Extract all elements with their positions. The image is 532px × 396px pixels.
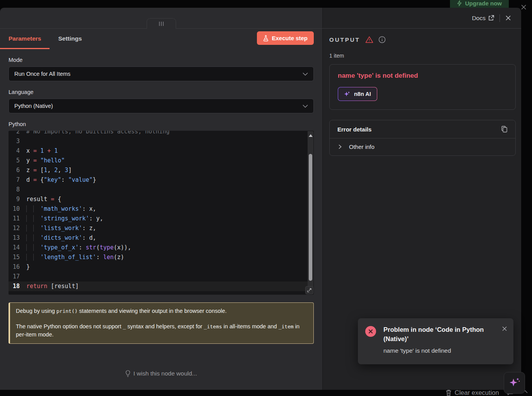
tab-parameters-label: Parameters: [9, 35, 41, 42]
wish-label: I wish this node would...: [133, 370, 197, 377]
parameters-panel: Parameters Settings Execute step Mode Ru…: [0, 28, 322, 390]
code-line-17[interactable]: 17: [9, 272, 308, 282]
debug-notice: Debug by using print() statements and vi…: [9, 302, 314, 344]
docs-link[interactable]: Docs: [472, 15, 494, 22]
notice-text: The native Python option does not suppor…: [16, 323, 123, 329]
language-select[interactable]: Python (Native): [9, 99, 314, 113]
code-line-14[interactable]: 14 'type_of_x': str(type(x)),: [9, 243, 308, 253]
notice-text: syntax and helpers, except for: [126, 323, 204, 329]
sparkle-icon: [344, 91, 351, 97]
parameter-fields: Mode Run Once for All Items Language Pyt…: [0, 57, 322, 377]
notice-code: _items: [204, 324, 222, 329]
flask-icon: [263, 35, 269, 41]
copy-icon[interactable]: [501, 126, 508, 133]
error-toast: Problem in node ‘Code in Python (Native)…: [358, 318, 513, 364]
error-circle-icon: [365, 326, 376, 337]
tab-settings-label: Settings: [58, 35, 82, 42]
close-icon: [505, 15, 511, 21]
code-line-15[interactable]: 15 'length_of_list': len(z): [9, 253, 308, 262]
clear-execution-button[interactable]: Clear execution: [446, 389, 499, 396]
scrollbar-thumb[interactable]: [309, 154, 312, 281]
output-header: OUTPUT: [329, 36, 516, 43]
error-details-header: Error details: [330, 120, 515, 138]
warning-icon: [365, 36, 373, 43]
other-info-toggle[interactable]: Other info: [330, 138, 515, 155]
tabs-row: Parameters Settings Execute step: [0, 28, 322, 49]
code-line-2[interactable]: 2# No imports, no builtins access, nothi…: [9, 131, 308, 137]
error-details-title: Error details: [337, 126, 371, 133]
panel-drag-handle[interactable]: [147, 18, 176, 29]
expand-icon: [307, 288, 311, 292]
items-count: 1 item: [329, 53, 516, 59]
close-icon: [502, 326, 507, 331]
n8n-ai-button[interactable]: n8n AI: [338, 87, 377, 101]
output-title: OUTPUT: [329, 36, 360, 43]
code-line-6[interactable]: 6z = [1, 2, 3]: [9, 166, 308, 175]
n8n-ai-label: n8n AI: [354, 91, 371, 97]
chevron-right-icon: [339, 144, 342, 149]
code-lines[interactable]: 2# No imports, no builtins access, nothi…: [9, 131, 308, 295]
code-line-16[interactable]: 16}: [9, 262, 308, 272]
code-line-11[interactable]: 11 'strings_work': y,: [9, 214, 308, 224]
node-feedback-link[interactable]: I wish this node would...: [9, 370, 314, 377]
execute-step-label: Execute step: [272, 35, 308, 41]
code-editor[interactable]: 2# No imports, no builtins access, nothi…: [9, 131, 314, 295]
modal-close-button[interactable]: [505, 15, 511, 21]
code-line-4[interactable]: 4x = 1 + 1: [9, 146, 308, 156]
toast-title: Problem in node ‘Code in Python (Native)…: [383, 325, 491, 343]
language-label: Language: [9, 89, 314, 95]
header-divider: [499, 14, 500, 22]
info-icon[interactable]: [378, 36, 386, 43]
ai-sparkles-icon: [508, 376, 521, 389]
error-details-card: Error details Other info: [329, 120, 516, 156]
tab-parameters[interactable]: Parameters: [0, 28, 50, 49]
code-line-13[interactable]: 13 'dicts_work': d,: [9, 233, 308, 243]
lightbulb-icon: [125, 370, 130, 377]
chevron-down-icon: [303, 72, 308, 76]
toast-message: name 'type' is not defined: [383, 347, 506, 354]
modal-header-actions: Docs: [472, 8, 521, 28]
error-message: name 'type' is not defined: [338, 72, 507, 80]
trash-icon: [446, 389, 452, 396]
mode-select[interactable]: Run Once for All Items: [9, 67, 314, 81]
toast-close-button[interactable]: [502, 326, 507, 331]
ai-assistant-button[interactable]: [504, 372, 525, 394]
code-line-3[interactable]: 3: [9, 137, 308, 146]
code-line-5[interactable]: 5y = "hello": [9, 156, 308, 166]
notice-text: in all-items mode and: [222, 323, 279, 329]
other-info-label: Other info: [349, 143, 375, 150]
code-line-12[interactable]: 12 'lists_work': z,: [9, 224, 308, 233]
docs-label: Docs: [472, 15, 486, 22]
notice-text: statements and viewing their output in t…: [78, 308, 227, 314]
upgrade-now-label: Upgrade now: [465, 0, 502, 7]
editor-scrollbar[interactable]: [308, 131, 313, 294]
editor-expand-button[interactable]: [305, 286, 313, 294]
chevron-down-icon: [303, 104, 308, 108]
output-error-card: name 'type' is not defined n8n AI: [329, 64, 516, 110]
notice-code: _item: [279, 324, 294, 329]
tab-settings[interactable]: Settings: [50, 28, 90, 49]
code-line-9[interactable]: 9result = {: [9, 195, 308, 204]
background-close-icon[interactable]: [521, 4, 527, 10]
external-link-icon: [488, 15, 494, 21]
code-line-8[interactable]: 8: [9, 185, 308, 195]
code-line-10[interactable]: 10 'math_works': x,: [9, 204, 308, 214]
lightning-icon: [457, 0, 462, 6]
mode-label: Mode: [9, 57, 314, 63]
code-line-18[interactable]: 18return [result]: [9, 282, 308, 291]
execute-step-button[interactable]: Execute step: [257, 31, 314, 45]
language-value: Python (Native): [14, 103, 53, 109]
clear-execution-label: Clear execution: [455, 389, 499, 396]
scroll-up-arrow-icon[interactable]: [309, 134, 313, 137]
notice-code: print(): [56, 308, 78, 314]
code-line-7[interactable]: 7d = {"key": "value"}: [9, 175, 308, 185]
notice-text: Debug by using: [16, 308, 56, 314]
python-label: Python: [9, 121, 314, 127]
mode-value: Run Once for All Items: [14, 71, 70, 77]
